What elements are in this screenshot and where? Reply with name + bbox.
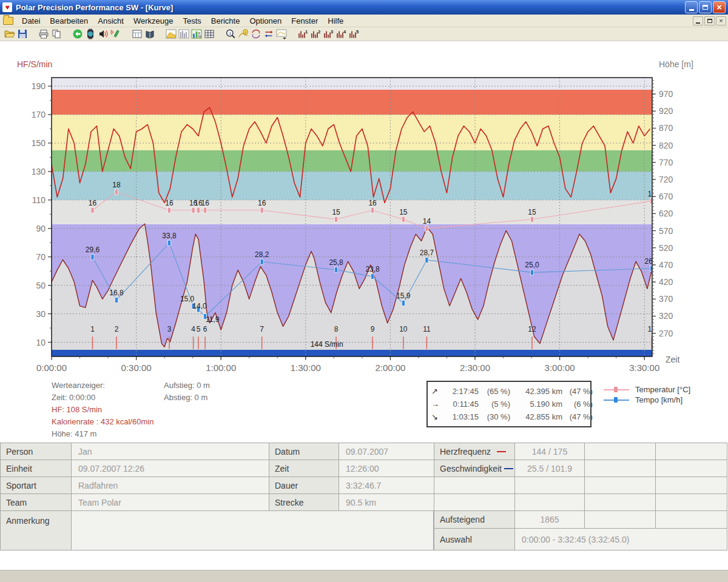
swap-icon[interactable] <box>262 28 275 40</box>
mdi-minimize-button[interactable] <box>693 16 703 25</box>
minimize-button[interactable] <box>685 1 698 13</box>
svg-text:10: 10 <box>399 325 408 333</box>
menu-fenster[interactable]: Fenster <box>286 15 323 27</box>
empty-cell <box>655 493 727 511</box>
report-1-icon[interactable]: 1 <box>296 28 309 40</box>
svg-text:70: 70 <box>36 252 46 262</box>
svg-text:5: 5 <box>356 29 359 35</box>
svg-text:5: 5 <box>197 325 201 333</box>
copy-icon[interactable] <box>50 28 62 40</box>
menubar: Datei Bearbeiten Ansicht Werkzeuge Tests… <box>0 15 728 27</box>
svg-text:30: 30 <box>36 309 46 319</box>
svg-text:1: 1 <box>305 29 308 35</box>
data-grid-icon[interactable] <box>203 28 215 40</box>
empty-cell <box>584 460 656 477</box>
aufsteigend-value[interactable]: 1865 <box>514 510 585 529</box>
stat-value: (30 %) <box>479 410 510 423</box>
aufsteigend-label: Aufsteigend <box>434 510 515 529</box>
svg-text:25,0: 25,0 <box>525 261 539 269</box>
einheit-value[interactable]: 09.07.2007 12:26 <box>71 460 269 477</box>
report-4-icon[interactable]: 4 <box>334 28 347 40</box>
empty-cell <box>434 477 515 494</box>
svg-text:670: 670 <box>659 192 673 201</box>
temperatur-marker-icon <box>604 389 629 390</box>
svg-text:15: 15 <box>528 208 536 216</box>
werteanzeiger-title: Werteanzeiger: <box>52 380 153 392</box>
svg-text:16,8: 16,8 <box>109 289 124 297</box>
close-button[interactable]: × <box>713 1 726 13</box>
geschwindigkeit-label: Geschwindigkeit <box>434 460 515 477</box>
save-icon[interactable] <box>16 28 29 40</box>
geschwindigkeit-line-icon <box>504 468 513 469</box>
transfer-icon[interactable] <box>71 28 84 40</box>
werteanzeiger-hf: HF: 108 S/min <box>52 404 153 416</box>
legend-item-temperatur: Temperatur [°C] <box>604 384 690 395</box>
remote-icon[interactable] <box>109 28 122 40</box>
open-folder-icon[interactable] <box>3 28 16 40</box>
team-value[interactable]: Team Polar <box>71 493 269 511</box>
herzfrequenz-label-text: Herzfrequenz <box>440 447 491 457</box>
menu-bearbeiten[interactable]: Bearbeiten <box>45 15 93 27</box>
svg-text:50: 50 <box>36 281 46 290</box>
stats-row-down: ↘1:03:15(30 %)42.855 km(47 %) <box>431 410 587 423</box>
legend-label: Tempo [km/h] <box>635 395 682 405</box>
sportart-value[interactable]: Radfahren <box>71 477 269 494</box>
report-5-icon[interactable]: 5 <box>347 28 360 40</box>
svg-text:320: 320 <box>659 311 673 321</box>
info-chart-icon[interactable]: i <box>237 28 249 40</box>
restore-button[interactable] <box>699 1 712 13</box>
svg-text:170: 170 <box>32 110 46 119</box>
ir-sound-icon[interactable] <box>96 28 109 40</box>
chart-select-icon[interactable] <box>275 28 288 40</box>
stat-value: (5 %) <box>479 398 510 410</box>
svg-text:16: 16 <box>165 199 174 207</box>
menu-berichte[interactable]: Berichte <box>206 15 245 27</box>
person-value[interactable]: Jan <box>71 443 269 460</box>
geschwindigkeit-value[interactable]: 25.5 / 101.9 <box>514 460 585 477</box>
zoom-icon[interactable]: :1 <box>224 28 237 40</box>
auswahl-value[interactable]: 0:00:00 - 3:32:45 (3:32:45.0) <box>514 528 727 550</box>
watch-icon[interactable] <box>84 28 96 40</box>
menu-werkzeuge[interactable]: Werkzeuge <box>129 15 178 27</box>
empty-cell <box>584 477 656 494</box>
diary-icon[interactable] <box>143 28 156 40</box>
calendar-icon[interactable] <box>130 28 143 40</box>
menu-tests[interactable]: Tests <box>178 15 206 27</box>
empty-cell <box>584 493 656 511</box>
menu-ansicht[interactable]: Ansicht <box>93 15 129 27</box>
svg-text:1:30:00: 1:30:00 <box>291 363 321 373</box>
toolbar: x%:1i12345 <box>0 27 728 41</box>
herzfrequenz-value[interactable]: 144 / 175 <box>514 443 585 460</box>
svg-text:190: 190 <box>32 81 46 91</box>
hf-curve-chart[interactable]: 1618161616161615161514151729,616,833,815… <box>0 55 728 376</box>
team-label: Team <box>0 493 72 511</box>
stat-value: (47 %) <box>562 410 593 423</box>
svg-text:15,9: 15,9 <box>396 292 411 300</box>
zeit-value[interactable]: 12:26:00 <box>339 460 434 477</box>
mdi-close-button[interactable]: × <box>716 16 726 25</box>
percent-chart-icon[interactable]: x% <box>190 28 203 40</box>
svg-text:3: 3 <box>331 29 333 35</box>
anmerkung-value[interactable] <box>71 510 434 550</box>
menu-datei[interactable]: Datei <box>17 15 45 27</box>
svg-text:%: % <box>198 35 201 39</box>
curve-chart-icon[interactable] <box>164 28 177 40</box>
menu-optionen[interactable]: Optionen <box>244 15 286 27</box>
report-3-icon[interactable]: 3 <box>322 28 334 40</box>
svg-text:3: 3 <box>167 325 172 333</box>
svg-text:8: 8 <box>334 325 339 333</box>
svg-text:0:00:00: 0:00:00 <box>36 363 67 373</box>
report-2-icon[interactable]: 2 <box>309 28 322 40</box>
svg-text:16: 16 <box>368 199 377 207</box>
distribution-chart-icon[interactable] <box>177 28 190 40</box>
document-folder-icon[interactable] <box>3 17 13 25</box>
strecke-value[interactable]: 90.5 km <box>339 493 434 511</box>
dauer-value[interactable]: 3:32:46.7 <box>339 477 434 494</box>
menu-hilfe[interactable]: Hilfe <box>323 15 348 27</box>
print-icon[interactable] <box>37 28 50 40</box>
einheit-label: Einheit <box>0 460 72 477</box>
compare-icon[interactable] <box>249 28 262 40</box>
mdi-restore-button[interactable] <box>704 16 715 25</box>
svg-text:25,8: 25,8 <box>329 258 343 267</box>
datum-value[interactable]: 09.07.2007 <box>339 443 434 460</box>
